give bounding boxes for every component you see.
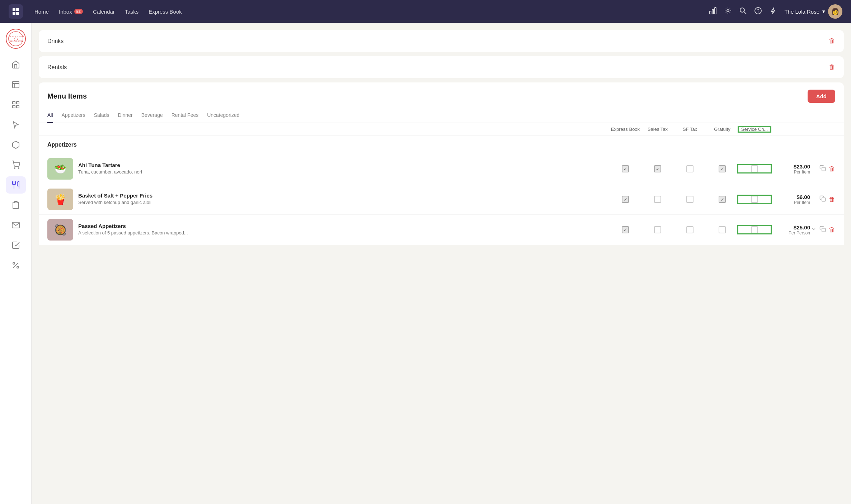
svg-text:THE LOLA ROSE: THE LOLA ROSE (8, 35, 24, 38)
ahi-tuna-express-book-check[interactable] (609, 165, 641, 172)
tab-rental-fees[interactable]: Rental Fees (171, 109, 198, 123)
fries-service-charge-check[interactable] (738, 196, 771, 203)
tab-appetizers[interactable]: Appetizers (62, 109, 85, 123)
checkbox-g-2[interactable] (719, 226, 726, 233)
rentals-delete-icon[interactable]: 🗑 (829, 63, 835, 71)
passed-apps-delete-icon[interactable]: 🗑 (829, 226, 835, 234)
rentals-row: Rentals 🗑 (39, 56, 844, 78)
sidebar-item-cart[interactable] (6, 156, 26, 173)
column-headers: Express Book Sales Tax SF Tax Gratuity S… (39, 123, 844, 136)
svg-rect-25 (14, 201, 17, 203)
ahi-tuna-sales-tax-check[interactable] (641, 165, 674, 172)
sidebar-item-store[interactable] (6, 56, 26, 73)
tab-uncategorized[interactable]: Uncategorized (207, 109, 239, 123)
tab-dinner[interactable]: Dinner (118, 109, 133, 123)
fries-delete-icon[interactable]: 🗑 (829, 196, 835, 203)
nav-home[interactable]: Home (34, 9, 49, 15)
nav-calendar[interactable]: Calendar (93, 9, 115, 15)
copy-icon[interactable] (819, 226, 826, 234)
service-charge-header: Service Ch... (738, 127, 771, 132)
nav-right: ? The Lola Rose ▾ 👩 (709, 4, 842, 19)
table-row: 🥘 Passed Appetizers A selection of 5 pas… (39, 215, 844, 245)
checkbox-st-2[interactable] (654, 226, 661, 233)
passed-apps-sales-tax-check[interactable] (641, 226, 674, 233)
checkbox-eb-1[interactable] (622, 196, 629, 203)
user-menu[interactable]: The Lola Rose ▾ 👩 (784, 4, 842, 19)
gear-icon[interactable] (724, 7, 732, 16)
checkbox-st-0[interactable] (654, 165, 661, 172)
nav-inbox[interactable]: Inbox 52 (59, 9, 83, 15)
sidebar-item-percent[interactable] (6, 257, 26, 274)
tab-all[interactable]: All (47, 109, 53, 123)
nav-tasks[interactable]: Tasks (125, 9, 138, 15)
passed-apps-service-charge-check[interactable] (738, 226, 771, 233)
checkbox-sc-0[interactable] (751, 165, 758, 172)
lightning-icon[interactable] (769, 7, 777, 16)
sidebar-item-box[interactable] (6, 136, 26, 153)
sidebar-item-check[interactable] (6, 237, 26, 254)
fries-price: $6.00 Per Item (771, 194, 810, 205)
passed-apps-express-book-check[interactable] (609, 226, 641, 233)
ahi-tuna-sf-tax-check[interactable] (674, 165, 706, 172)
fries-sf-tax-check[interactable] (674, 196, 706, 203)
svg-rect-19 (13, 101, 15, 104)
main-layout: THE LOLA ROSE THE LOLA ROSE (0, 23, 851, 504)
sidebar-item-mail[interactable] (6, 217, 26, 234)
nav-express-book[interactable]: Express Book (149, 9, 182, 15)
passed-apps-gratuity-check[interactable] (706, 226, 738, 233)
checkbox-g-0[interactable] (719, 165, 726, 172)
menu-items-title: Menu Items (47, 92, 87, 100)
help-icon[interactable]: ? (754, 7, 762, 16)
top-nav: Home Inbox 52 Calendar Tasks Express Boo… (0, 0, 851, 23)
expand-icon[interactable] (811, 226, 817, 233)
svg-text:THE LOLA ROSE: THE LOLA ROSE (9, 41, 22, 42)
copy-icon[interactable] (819, 165, 826, 173)
tab-beverage[interactable]: Beverage (141, 109, 163, 123)
drinks-card: Drinks 🗑 (39, 30, 844, 52)
checkbox-st-1[interactable] (654, 196, 661, 203)
checkbox-sc-1[interactable] (751, 196, 758, 203)
drinks-label: Drinks (47, 38, 64, 44)
app-logo[interactable] (9, 4, 23, 19)
main-content: Drinks 🗑 Rentals 🗑 Menu Items Add All Ap… (32, 23, 851, 504)
checkbox-sc-2[interactable] (751, 226, 758, 233)
svg-rect-4 (710, 11, 711, 14)
svg-point-7 (727, 10, 729, 12)
sidebar-item-grid[interactable] (6, 96, 26, 113)
checkbox-eb-2[interactable] (622, 226, 629, 233)
fries-express-book-check[interactable] (609, 196, 641, 203)
sidebar-item-fork[interactable] (6, 176, 26, 194)
ahi-tuna-actions: 🗑 (810, 165, 835, 173)
copy-icon[interactable] (819, 195, 826, 203)
sidebar-item-cursor[interactable] (6, 116, 26, 133)
sidebar-item-clipboard[interactable] (6, 196, 26, 214)
passed-apps-actions: 🗑 (810, 226, 835, 234)
ahi-tuna-delete-icon[interactable]: 🗑 (829, 165, 835, 173)
checkbox-eb-0[interactable] (622, 165, 629, 172)
svg-rect-3 (16, 12, 19, 15)
sidebar-logo: THE LOLA ROSE THE LOLA ROSE (6, 29, 26, 49)
svg-point-12 (8, 32, 23, 46)
tab-salads[interactable]: Salads (94, 109, 109, 123)
chart-icon[interactable] (709, 7, 717, 16)
appetizers-label: Appetizers (47, 142, 835, 148)
checkbox-sft-0[interactable] (686, 165, 694, 172)
search-icon[interactable] (739, 7, 747, 16)
svg-point-24 (18, 168, 19, 168)
gratuity-header: Gratuity (706, 127, 738, 132)
ahi-tuna-gratuity-check[interactable] (706, 165, 738, 172)
drinks-delete-icon[interactable]: 🗑 (829, 37, 835, 45)
checkbox-sft-2[interactable] (686, 226, 694, 233)
passed-apps-sf-tax-check[interactable] (674, 226, 706, 233)
add-button[interactable]: Add (808, 90, 835, 103)
checkbox-sft-1[interactable] (686, 196, 694, 203)
svg-rect-6 (715, 8, 716, 14)
svg-text:?: ? (757, 8, 760, 14)
checkbox-g-1[interactable] (719, 196, 726, 203)
sidebar-item-layout[interactable] (6, 76, 26, 93)
ahi-tuna-service-charge-check[interactable] (738, 165, 771, 172)
fries-sales-tax-check[interactable] (641, 196, 674, 203)
svg-rect-16 (13, 81, 19, 88)
sales-tax-header: Sales Tax (641, 127, 674, 132)
fries-gratuity-check[interactable] (706, 196, 738, 203)
